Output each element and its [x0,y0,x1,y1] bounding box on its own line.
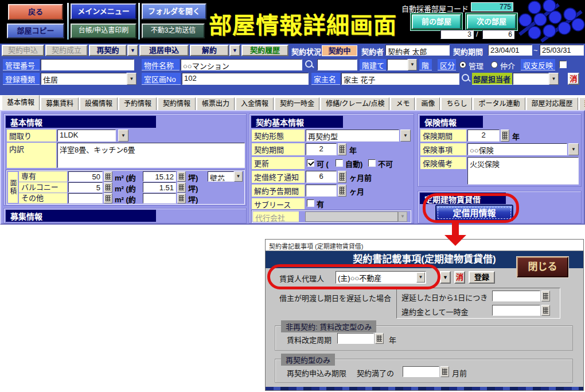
teishaku-info-button[interactable]: 定借用情報 [435,205,513,221]
calc-icon[interactable] [375,333,384,344]
calc-icon[interactable] [541,291,550,301]
tab-report-output[interactable]: 帳票出力 [197,97,235,110]
calc-icon[interactable] [501,130,509,142]
staff-clear-button[interactable]: 消 [568,73,579,85]
tab-flyer[interactable]: ちらし [441,97,472,110]
renew-button[interactable]: 再契約 [89,45,127,56]
period-from-input[interactable]: 23/04/01 [488,45,532,56]
reg-type-combo[interactable]: 住居 [41,73,127,85]
tab-contract-response-history[interactable]: 契約対応履歴 [579,97,585,110]
ledger-print-button[interactable]: 台帳/申込書印刷 [71,23,136,38]
contract-form-combo[interactable]: 再契約型 [306,130,399,142]
rent-cycle-input[interactable] [337,333,374,344]
floors-input[interactable] [387,59,408,70]
terminate-button[interactable]: 解約 [190,45,229,56]
division-management-radio[interactable] [459,61,466,68]
back-button[interactable]: 戻る [8,4,63,20]
moveout-apply-button[interactable]: 退居申込 [139,45,189,56]
sublease-checkbox[interactable] [307,199,314,207]
reg-type-dropdown-button[interactable]: ▼ [127,73,136,85]
open-folder-button[interactable]: フォルダを開く [142,3,206,19]
dialog-title-bar[interactable]: 契約書記載事項 (定期建物賃貸借) [266,240,583,251]
tab-reservation[interactable]: 予約情報 [119,97,157,110]
insurance-note-textarea[interactable]: 火災保険 [467,157,579,185]
teishaku-notice-input[interactable]: 6 [306,171,337,183]
delay-per-day-input[interactable] [492,291,540,301]
agent-combo-arrow[interactable]: ▼ [416,272,425,283]
renew-deadline-input[interactable] [403,366,439,377]
floors-dropdown-button[interactable]: ▼ [408,59,417,70]
fudo-send-button[interactable]: 不動3之助送信 [142,23,205,38]
calc-icon[interactable] [338,185,346,197]
contractor-input[interactable]: 契約者 太郎 [385,45,450,56]
breakdown-textarea[interactable]: 洋室8畳、キッチン6畳 [57,143,245,168]
area-sqm-input[interactable]: 50 [68,171,103,182]
property-name-input[interactable]: ○○マンション [181,59,302,70]
calc-icon[interactable] [338,143,346,155]
owner-search-icon[interactable] [461,73,471,84]
terminate-dropdown-button[interactable]: ▼ [229,45,240,56]
contract-establish-button[interactable]: 契約成立 [45,45,88,56]
area-tsubo-input[interactable]: 1.51 [143,182,176,193]
contract-history-button[interactable]: 契約履歴 [241,45,288,56]
calc-icon[interactable] [104,171,112,182]
tab-basic-info[interactable]: 基本情報 [2,95,40,110]
tab-recruit-rent[interactable]: 募集賃料 [41,97,79,110]
calc-icon[interactable] [541,305,550,316]
page-current-input[interactable]: 3 [440,30,474,39]
close-button[interactable]: 閉じる [517,257,568,277]
tab-contract[interactable]: 契約情報 [158,97,196,110]
room-no-input[interactable]: 102 [182,73,309,85]
mgmt-no-input[interactable] [41,59,134,70]
renew-dropdown-button[interactable]: ▼ [127,45,138,56]
owner-name-input[interactable]: 家主 花子 [341,73,459,85]
property-search-icon[interactable] [304,59,314,70]
next-room-button[interactable]: 次の部屋 [467,14,516,29]
wall-spec-combo[interactable]: 壁芯 [208,171,234,182]
agent-combo[interactable]: (主)○○不動産 [336,271,426,284]
calc-icon[interactable] [177,171,186,182]
division-brokerage-radio[interactable] [491,61,498,68]
wall-spec-dropdown-button[interactable]: ▼ [234,171,243,182]
calc-icon[interactable] [104,182,112,193]
contract-form-dropdown-button[interactable]: ▼ [400,130,411,142]
cancel-notice-input[interactable] [306,185,337,197]
room-staff-dropdown-button[interactable]: ▼ [549,73,559,85]
calc-icon[interactable] [338,171,346,183]
renewal-ok-checkbox[interactable] [307,159,314,167]
register-button[interactable]: 登録 [469,271,495,284]
room-staff-combo[interactable] [513,73,549,85]
tab-portal-link[interactable]: ポータル連動 [473,97,525,110]
tab-deposit[interactable]: 入金情報 [236,97,274,110]
period-to-input[interactable]: 25/03/31 [540,45,584,56]
tab-image[interactable]: 画像 [416,97,440,110]
tab-room-response-history[interactable]: 部屋対応履歴 [526,97,578,110]
tab-memo[interactable]: メモ [391,97,415,110]
layout-combo[interactable]: 1LDK [57,130,116,142]
calc-icon[interactable] [177,182,186,193]
calc-icon[interactable] [440,366,449,377]
main-menu-button[interactable]: メインメニュー [71,3,136,19]
calc-icon[interactable] [104,193,112,203]
insurance-item-combo[interactable]: ○○保険 [467,143,567,155]
contract-period-input[interactable]: 2 [306,143,337,155]
penalty-input[interactable] [492,305,540,316]
area-sqm-input[interactable] [68,193,103,203]
area-sqm-input[interactable]: 5 [68,182,103,193]
insurance-period-input[interactable]: 2 [467,130,500,142]
room-copy-button[interactable]: 部屋コピー [7,23,64,38]
agent-dropdown-button[interactable]: ▼ [440,271,451,284]
area-tsubo-input[interactable] [143,193,176,203]
building-code-input[interactable] [317,59,357,70]
layout-dropdown-button[interactable]: ▼ [118,130,128,142]
insurance-item-dropdown-button[interactable]: ▼ [568,143,579,155]
renewal-auto-checkbox[interactable] [336,159,343,167]
contract-apply-button[interactable]: 契約申込 [2,45,44,56]
tab-contract-lumpsum[interactable]: 契約一時金 [275,97,319,110]
area-tsubo-input[interactable]: 15.12 [143,171,176,182]
renewal-ng-checkbox[interactable] [368,159,376,167]
agent-clear-button[interactable]: 消 [454,271,465,284]
tab-equipment[interactable]: 設備情報 [80,97,118,110]
balance-reflect-checkbox[interactable] [559,61,567,68]
page-total-input[interactable]: 6 [482,30,514,39]
